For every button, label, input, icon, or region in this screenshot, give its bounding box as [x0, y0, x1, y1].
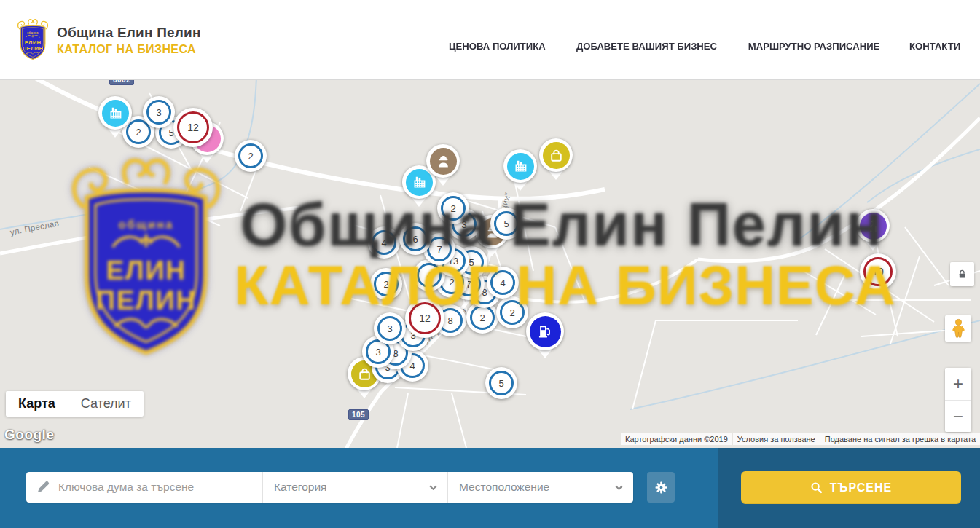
map-type-map-button[interactable]: Карта	[6, 391, 68, 417]
search-bar: Категория Местоположение	[0, 448, 980, 528]
zoom-out-button[interactable]: −	[945, 400, 971, 432]
cluster-count: 2	[470, 305, 495, 330]
cluster-count: 5	[489, 371, 514, 395]
page: община ЕЛИН ПЕЛИН Община Елин Пелин КАТА…	[0, 0, 980, 528]
map-attribution: Картографски данни ©2019Условия за ползв…	[620, 433, 980, 445]
logo-subtitle: КАТАЛОГ НА БИЗНЕСА	[57, 43, 201, 56]
marker-cluster[interactable]: 4	[487, 267, 519, 299]
pencil-icon	[36, 480, 50, 494]
map-pin-factory[interactable]	[98, 96, 132, 130]
search-icon	[810, 481, 823, 494]
map-type-control: Карта Сателит	[6, 391, 144, 417]
cluster-count: 2	[238, 143, 263, 168]
marker-cluster[interactable]: 2	[235, 140, 267, 172]
category-select-label: Категория	[274, 481, 326, 494]
category-select[interactable]: Категория	[262, 472, 447, 503]
marker-cluster[interactable]: 12	[405, 299, 444, 338]
nav-item-4[interactable]: КОНТАКТИ	[909, 41, 960, 52]
lock-icon	[956, 268, 968, 280]
svg-text:ЕЛИН: ЕЛИН	[25, 39, 42, 46]
factory-icon	[102, 100, 129, 127]
terms-of-use-link[interactable]: Условия за ползване	[733, 433, 820, 445]
cluster-count: 10	[863, 257, 893, 286]
chevron-down-icon	[615, 485, 623, 490]
marker-cluster[interactable]: 4	[368, 226, 400, 259]
header: община ЕЛИН ПЕЛИН Община Елин Пелин КАТА…	[0, 0, 980, 80]
cluster-count: 3	[377, 316, 402, 341]
map-pin-bag[interactable]	[539, 138, 573, 172]
municipality-emblem-icon: община ЕЛИН ПЕЛИН	[16, 18, 50, 61]
cluster-count: 6	[403, 226, 428, 251]
factory-icon	[507, 153, 534, 180]
gear-icon	[654, 481, 668, 494]
search-fields-group: Категория Местоположение	[26, 472, 633, 503]
report-map-error-link[interactable]: Подаване на сигнал за грешка в картата	[820, 433, 980, 445]
marker-cluster[interactable]: 2	[437, 192, 469, 224]
search-button-label: ТЪРСЕНЕ	[830, 481, 892, 494]
fuel-icon	[530, 316, 561, 347]
marker-cluster[interactable]: 3	[143, 96, 175, 128]
cluster-count: 2	[441, 196, 466, 221]
church-icon	[860, 213, 887, 240]
map-pin-worker[interactable]	[426, 144, 460, 178]
worker-icon	[430, 148, 457, 175]
keyword-search-input[interactable]	[58, 481, 255, 494]
marker-cluster[interactable]: 2	[370, 268, 402, 300]
location-select-label: Местоположение	[459, 481, 549, 494]
marker-cluster[interactable]: 12	[173, 108, 213, 147]
marker-cluster[interactable]: 5	[490, 208, 522, 240]
map-markers: 32512223564713542274812822333834510	[0, 80, 980, 448]
search-submit-button[interactable]: ТЪРСЕНЕ	[741, 471, 961, 504]
pegman-control[interactable]	[945, 315, 971, 342]
chevron-down-icon	[429, 485, 437, 490]
keyword-field	[26, 472, 262, 503]
map-data-attribution: Картографски данни ©2019	[621, 433, 732, 445]
cluster-count: 12	[409, 302, 441, 334]
marker-cluster[interactable]: 10	[860, 253, 896, 290]
marker-cluster[interactable]: 5	[485, 367, 517, 399]
nav-item-1[interactable]: ЦЕНОВА ПОЛИТИКА	[449, 41, 546, 52]
marker-cluster[interactable]: 3	[374, 312, 406, 344]
logo-title: Община Елин Пелин	[57, 25, 201, 41]
location-select[interactable]: Местоположение	[447, 472, 633, 503]
zoom-in-button[interactable]: +	[945, 368, 971, 400]
svg-text:община: община	[27, 31, 39, 34]
cluster-count: 4	[372, 230, 396, 255]
bag-icon	[543, 142, 570, 169]
marker-cluster[interactable]: 6	[399, 223, 431, 255]
map-pin-church[interactable]	[856, 209, 890, 243]
pegman-icon	[951, 318, 966, 339]
cluster-count: 5	[494, 211, 519, 236]
cluster-count: 2	[374, 272, 399, 296]
cluster-count: 3	[146, 100, 171, 125]
map-type-satellite-button[interactable]: Сателит	[68, 391, 144, 417]
nav-item-2[interactable]: ДОБАВЕТЕ ВАШИЯТ БИЗНЕС	[576, 41, 717, 52]
map-pin-factory[interactable]	[503, 149, 537, 183]
map-pin-fuel[interactable]	[526, 312, 564, 350]
zoom-control: + −	[945, 368, 971, 432]
main-nav: ЦЕНОВА ПОЛИТИКАДОБАВЕТЕ ВАШИЯТ БИЗНЕСМАР…	[447, 0, 961, 79]
street-view-lock-button[interactable]	[950, 262, 974, 286]
google-logo[interactable]: Google	[4, 427, 54, 443]
logo-text: Община Елин Пелин КАТАЛОГ НА БИЗНЕСА	[57, 18, 201, 56]
cluster-count: 2	[500, 300, 525, 325]
marker-cluster[interactable]: 2	[496, 296, 528, 328]
nav-item-3[interactable]: МАРШРУТНО РАЗПИСАНИЕ	[748, 41, 880, 52]
cluster-count: 4	[490, 270, 515, 295]
site-logo[interactable]: община ЕЛИН ПЕЛИН Община Елин Пелин КАТА…	[16, 18, 201, 61]
svg-text:ПЕЛИН: ПЕЛИН	[23, 45, 44, 52]
map-canvas[interactable]: ул. Преславбул. „Новоселции”6002105	[0, 80, 980, 448]
cluster-count: 12	[177, 111, 209, 143]
advanced-search-button[interactable]	[647, 472, 675, 503]
